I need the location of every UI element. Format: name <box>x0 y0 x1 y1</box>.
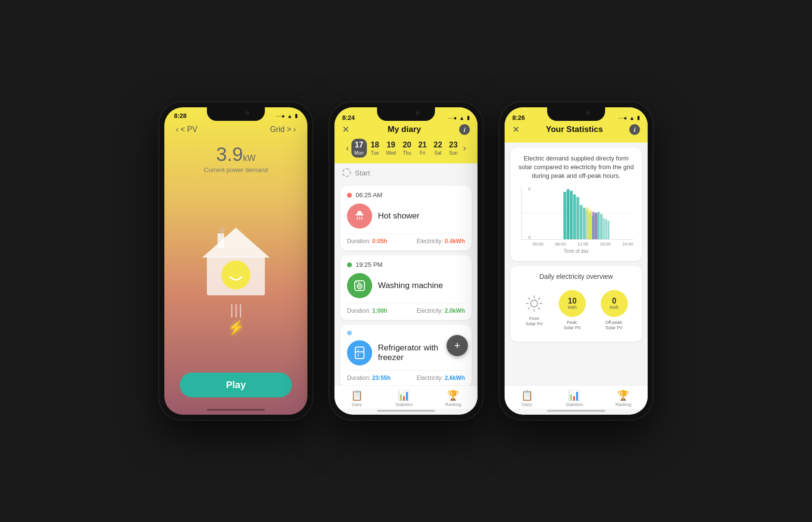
phone1-status-icons: ····● ▲ ▮ <box>276 113 298 119</box>
calendar-day-21[interactable]: 21 Fri <box>415 139 430 158</box>
peak-solar-label: Peak:Solar PV <box>564 320 581 331</box>
start-row[interactable]: Start <box>334 163 478 182</box>
svg-rect-34 <box>590 210 592 239</box>
calendar-next-button[interactable]: › <box>461 143 468 153</box>
svg-rect-22 <box>570 190 573 239</box>
peak-value-circle: 10 kWh <box>559 290 586 317</box>
shower-name: Hot shower <box>378 211 465 221</box>
chart-svg <box>522 187 633 239</box>
ranking-icon: 🏆 <box>447 390 459 401</box>
washing-body: Washing machine <box>347 273 465 304</box>
svg-rect-14 <box>358 282 360 283</box>
phone3-time: 8:26 <box>512 114 525 121</box>
battery-icon-3: ▮ <box>637 115 640 121</box>
svg-point-11 <box>357 284 362 289</box>
diary-card-shower[interactable]: 06:25 AM Hot shower <box>340 186 472 250</box>
fridge-icon <box>347 340 372 365</box>
daily-overview-card: Daily electricity overview <box>510 266 642 342</box>
calendar-day-23[interactable]: 23 Sun <box>446 139 461 158</box>
lightning-lines <box>231 304 241 318</box>
washing-header: 19:25 PM <box>347 261 465 268</box>
bottom-nav-3: 📋 Diary 📊 Statistics 🏆 Ranking <box>505 385 648 409</box>
washing-dot <box>347 262 352 267</box>
diary-card-washing[interactable]: 19:25 PM Washing machine <box>340 255 472 320</box>
nav-ranking-3[interactable]: 🏆 Ranking <box>615 390 631 407</box>
washing-time: 19:25 PM <box>356 261 383 268</box>
svg-line-47 <box>538 298 540 299</box>
calendar-day-18[interactable]: 18 Tue <box>368 139 382 158</box>
notch-dot <box>246 111 249 115</box>
washing-name: Washing machine <box>378 281 465 290</box>
fridge-dot <box>347 331 352 335</box>
svg-line-46 <box>538 307 540 309</box>
calendar-day-20[interactable]: 20 Thu <box>400 139 414 158</box>
calendar-day-19[interactable]: 19 Wed <box>383 139 399 158</box>
diary-title-row: ✕ My diary i <box>342 122 470 139</box>
start-icon <box>342 168 351 177</box>
notch-bump-3 <box>547 107 605 121</box>
phone1-nav-header: ‹ < PV Grid > › <box>164 121 307 140</box>
svg-line-7 <box>357 217 358 219</box>
svg-rect-26 <box>583 207 586 239</box>
chevron-right-icon: › <box>293 125 296 134</box>
svg-rect-4 <box>218 233 224 248</box>
notch-bump <box>207 107 265 121</box>
calendar-prev-button[interactable]: ‹ <box>344 143 351 153</box>
add-entry-button[interactable]: + <box>447 335 468 356</box>
svg-rect-21 <box>566 189 569 239</box>
nav-ranking-label: Ranking <box>445 402 461 407</box>
nav-statistics-3[interactable]: 📊 Statistics <box>566 390 583 407</box>
battery-icon-2: ▮ <box>467 115 470 121</box>
power-display: 3.9kW Current power demand <box>164 140 307 174</box>
svg-line-48 <box>529 307 530 309</box>
phone3-status-icons: ····● ▲ ▮ <box>618 115 640 121</box>
wifi-icon-2: ▲ <box>459 115 464 121</box>
svg-rect-15 <box>355 347 364 359</box>
nav-diary-label: Diary <box>352 402 362 407</box>
fridge-footer: Duration: 23:55h Electricity: 2.6kWh <box>347 371 465 381</box>
calendar-day-22[interactable]: 22 Sat <box>431 139 445 158</box>
home-indicator-2 <box>377 410 435 412</box>
svg-rect-35 <box>592 212 594 239</box>
phone1-time: 8:28 <box>174 112 187 119</box>
phone2-screen: 8:24 ····● ▲ ▮ ✕ My diary i ‹ 17 Mon <box>334 107 478 415</box>
lightning-bolt-icon: ⚡ <box>228 319 245 335</box>
close-button-3[interactable]: ✕ <box>512 124 520 135</box>
play-button[interactable]: Play <box>180 373 292 397</box>
svg-rect-24 <box>577 197 580 239</box>
svg-rect-38 <box>605 219 607 239</box>
phone1-screen: 8:28 ····● ▲ ▮ ‹ < PV Grid > › 3.9kW Cur… <box>164 107 307 415</box>
nav-diary[interactable]: 📋 Diary <box>351 390 363 407</box>
chart-area: 5 0 <box>519 187 633 254</box>
info-button[interactable]: i <box>459 124 470 135</box>
nav-statistics-label-3: Statistics <box>566 402 583 407</box>
svg-point-5 <box>221 261 250 290</box>
svg-point-40 <box>531 300 537 307</box>
grid-forward-button[interactable]: Grid > › <box>270 125 296 134</box>
pv-back-button[interactable]: ‹ < PV <box>176 125 197 134</box>
shower-dot <box>347 193 352 198</box>
svg-rect-36 <box>595 213 597 239</box>
line-2 <box>235 304 237 318</box>
daily-overview-title: Daily electricity overview <box>517 273 635 280</box>
phone3-screen: 8:26 ····● ▲ ▮ ✕ Your Statistics i Elect… <box>505 107 648 415</box>
calendar-days: 17 Mon 18 Tue 19 Wed 20 Thu <box>351 139 461 158</box>
calendar-day-17[interactable]: 17 Mon <box>351 139 366 158</box>
washing-footer: Duration: 1:00h Electricity: 2.0kWh <box>347 304 465 314</box>
notch-dot-3 <box>586 111 590 115</box>
shower-time: 06:25 AM <box>356 191 382 199</box>
nav-diary-label-3: Diary <box>522 402 532 407</box>
nav-diary-3[interactable]: 📋 Diary <box>521 390 533 407</box>
shower-electricity: Electricity: 0.4kWh <box>417 238 465 245</box>
info-button-3[interactable]: i <box>629 124 640 135</box>
svg-line-9 <box>362 217 362 219</box>
svg-marker-3 <box>202 228 270 258</box>
nav-statistics[interactable]: 📊 Statistics <box>395 390 413 407</box>
nav-ranking[interactable]: 🏆 Ranking <box>445 390 461 407</box>
stats-title-row: ✕ Your Statistics i <box>512 122 640 137</box>
power-label: Current power demand <box>164 166 307 174</box>
close-button[interactable]: ✕ <box>342 124 349 135</box>
daily-overview: FromSolar PV 10 kWh Peak:Solar PV 0 <box>517 286 635 335</box>
diary-list: 06:25 AM Hot shower <box>334 182 478 385</box>
diary-icon-3: 📋 <box>521 390 533 401</box>
